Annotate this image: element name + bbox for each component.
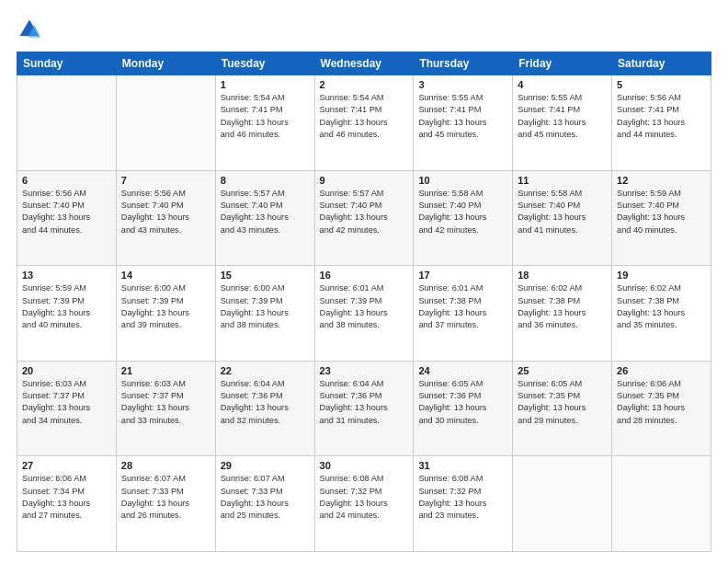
calendar-week-row: 13Sunrise: 5:59 AMSunset: 7:39 PMDayligh…: [17, 266, 711, 362]
day-number: 21: [121, 365, 210, 376]
calendar-cell: 13Sunrise: 5:59 AMSunset: 7:39 PMDayligh…: [17, 266, 117, 362]
day-number: 27: [22, 460, 111, 471]
day-number: 24: [418, 365, 507, 376]
calendar-cell: [116, 75, 215, 171]
calendar-cell: 6Sunrise: 5:56 AMSunset: 7:40 PMDaylight…: [17, 170, 117, 266]
calendar-cell: 26Sunrise: 6:06 AMSunset: 7:35 PMDayligh…: [612, 361, 711, 456]
day-info: Sunrise: 5:56 AMSunset: 7:41 PMDaylight:…: [617, 92, 706, 141]
header: [17, 17, 711, 42]
day-number: 13: [22, 270, 111, 281]
day-info: Sunrise: 5:54 AMSunset: 7:41 PMDaylight:…: [320, 92, 409, 141]
logo: [17, 17, 46, 42]
calendar-cell: 17Sunrise: 6:01 AMSunset: 7:38 PMDayligh…: [414, 266, 513, 362]
day-info: Sunrise: 6:01 AMSunset: 7:38 PMDaylight:…: [418, 282, 507, 331]
day-number: 15: [221, 270, 310, 281]
day-info: Sunrise: 6:05 AMSunset: 7:36 PMDaylight:…: [418, 378, 507, 427]
calendar-cell: 8Sunrise: 5:57 AMSunset: 7:40 PMDaylight…: [215, 170, 314, 266]
day-number: 19: [617, 270, 706, 281]
weekday-header-row: SundayMondayTuesdayWednesdayThursdayFrid…: [17, 52, 711, 75]
calendar-cell: [17, 75, 117, 171]
day-number: 16: [320, 270, 409, 281]
day-info: Sunrise: 5:59 AMSunset: 7:40 PMDaylight:…: [617, 188, 706, 236]
weekday-header: Wednesday: [314, 52, 414, 75]
day-number: 18: [518, 270, 607, 281]
day-info: Sunrise: 6:02 AMSunset: 7:38 PMDaylight:…: [518, 282, 607, 331]
day-info: Sunrise: 5:58 AMSunset: 7:40 PMDaylight:…: [418, 188, 507, 236]
calendar-cell: 16Sunrise: 6:01 AMSunset: 7:39 PMDayligh…: [314, 266, 414, 362]
day-info: Sunrise: 6:03 AMSunset: 7:37 PMDaylight:…: [121, 378, 210, 427]
day-number: 3: [418, 79, 507, 90]
weekday-header: Monday: [116, 52, 215, 75]
day-number: 25: [518, 365, 607, 376]
weekday-header: Sunday: [17, 52, 117, 75]
day-info: Sunrise: 5:55 AMSunset: 7:41 PMDaylight:…: [518, 92, 607, 141]
day-info: Sunrise: 6:02 AMSunset: 7:38 PMDaylight:…: [617, 282, 706, 331]
calendar-cell: 7Sunrise: 5:56 AMSunset: 7:40 PMDaylight…: [116, 170, 215, 266]
calendar-cell: 23Sunrise: 6:04 AMSunset: 7:36 PMDayligh…: [314, 361, 414, 456]
day-number: 4: [518, 79, 607, 90]
calendar-cell: 25Sunrise: 6:05 AMSunset: 7:35 PMDayligh…: [513, 361, 612, 456]
calendar-week-row: 20Sunrise: 6:03 AMSunset: 7:37 PMDayligh…: [17, 361, 711, 456]
weekday-header: Friday: [513, 52, 612, 75]
day-number: 26: [617, 365, 706, 376]
day-number: 14: [121, 270, 210, 281]
calendar-cell: 11Sunrise: 5:58 AMSunset: 7:40 PMDayligh…: [513, 170, 612, 266]
weekday-header: Thursday: [414, 52, 513, 75]
calendar-week-row: 27Sunrise: 6:06 AMSunset: 7:34 PMDayligh…: [17, 456, 711, 552]
day-number: 9: [320, 175, 409, 186]
day-info: Sunrise: 6:04 AMSunset: 7:36 PMDaylight:…: [320, 378, 409, 427]
calendar-cell: 4Sunrise: 5:55 AMSunset: 7:41 PMDaylight…: [513, 75, 612, 171]
day-number: 7: [121, 175, 210, 186]
calendar-cell: 14Sunrise: 6:00 AMSunset: 7:39 PMDayligh…: [116, 266, 215, 362]
calendar-cell: 27Sunrise: 6:06 AMSunset: 7:34 PMDayligh…: [17, 456, 117, 552]
weekday-header: Saturday: [612, 52, 711, 75]
calendar-cell: 10Sunrise: 5:58 AMSunset: 7:40 PMDayligh…: [414, 170, 513, 266]
day-info: Sunrise: 6:07 AMSunset: 7:33 PMDaylight:…: [221, 473, 310, 522]
calendar-week-row: 1Sunrise: 5:54 AMSunset: 7:41 PMDaylight…: [17, 75, 711, 171]
day-info: Sunrise: 6:07 AMSunset: 7:33 PMDaylight:…: [121, 473, 210, 522]
day-info: Sunrise: 6:04 AMSunset: 7:36 PMDaylight:…: [221, 378, 310, 427]
day-info: Sunrise: 6:06 AMSunset: 7:34 PMDaylight:…: [22, 473, 111, 522]
day-info: Sunrise: 5:54 AMSunset: 7:41 PMDaylight:…: [221, 92, 310, 141]
day-number: 5: [617, 79, 706, 90]
calendar-cell: 12Sunrise: 5:59 AMSunset: 7:40 PMDayligh…: [612, 170, 711, 266]
page: SundayMondayTuesdayWednesdayThursdayFrid…: [0, 0, 728, 563]
day-info: Sunrise: 6:08 AMSunset: 7:32 PMDaylight:…: [418, 473, 507, 522]
calendar-cell: 20Sunrise: 6:03 AMSunset: 7:37 PMDayligh…: [17, 361, 117, 456]
day-info: Sunrise: 5:56 AMSunset: 7:40 PMDaylight:…: [22, 188, 111, 236]
day-number: 1: [221, 79, 310, 90]
calendar-cell: 29Sunrise: 6:07 AMSunset: 7:33 PMDayligh…: [215, 456, 314, 552]
calendar-table: SundayMondayTuesdayWednesdayThursdayFrid…: [17, 52, 711, 552]
calendar-cell: 28Sunrise: 6:07 AMSunset: 7:33 PMDayligh…: [116, 456, 215, 552]
day-info: Sunrise: 5:55 AMSunset: 7:41 PMDaylight:…: [418, 92, 507, 141]
calendar-cell: [612, 456, 711, 552]
calendar-cell: 22Sunrise: 6:04 AMSunset: 7:36 PMDayligh…: [215, 361, 314, 456]
day-info: Sunrise: 5:58 AMSunset: 7:40 PMDaylight:…: [518, 188, 607, 236]
day-info: Sunrise: 6:05 AMSunset: 7:35 PMDaylight:…: [518, 378, 607, 427]
day-info: Sunrise: 6:06 AMSunset: 7:35 PMDaylight:…: [617, 378, 706, 427]
day-info: Sunrise: 6:03 AMSunset: 7:37 PMDaylight:…: [22, 378, 111, 427]
calendar-cell: 18Sunrise: 6:02 AMSunset: 7:38 PMDayligh…: [513, 266, 612, 362]
calendar-cell: 30Sunrise: 6:08 AMSunset: 7:32 PMDayligh…: [314, 456, 414, 552]
calendar-cell: 21Sunrise: 6:03 AMSunset: 7:37 PMDayligh…: [116, 361, 215, 456]
calendar-cell: 15Sunrise: 6:00 AMSunset: 7:39 PMDayligh…: [215, 266, 314, 362]
calendar-cell: 9Sunrise: 5:57 AMSunset: 7:40 PMDaylight…: [314, 170, 414, 266]
day-info: Sunrise: 6:01 AMSunset: 7:39 PMDaylight:…: [320, 282, 409, 331]
day-info: Sunrise: 5:57 AMSunset: 7:40 PMDaylight:…: [320, 188, 409, 236]
day-info: Sunrise: 5:57 AMSunset: 7:40 PMDaylight:…: [221, 188, 310, 236]
day-number: 10: [418, 175, 507, 186]
calendar-week-row: 6Sunrise: 5:56 AMSunset: 7:40 PMDaylight…: [17, 170, 711, 266]
day-number: 29: [221, 460, 310, 471]
day-info: Sunrise: 5:59 AMSunset: 7:39 PMDaylight:…: [22, 282, 111, 331]
day-number: 2: [320, 79, 409, 90]
calendar-cell: 5Sunrise: 5:56 AMSunset: 7:41 PMDaylight…: [612, 75, 711, 171]
day-info: Sunrise: 5:56 AMSunset: 7:40 PMDaylight:…: [121, 188, 210, 236]
logo-icon: [17, 17, 42, 42]
day-number: 20: [22, 365, 111, 376]
calendar-cell: 19Sunrise: 6:02 AMSunset: 7:38 PMDayligh…: [612, 266, 711, 362]
day-info: Sunrise: 6:08 AMSunset: 7:32 PMDaylight:…: [320, 473, 409, 522]
day-number: 12: [617, 175, 706, 186]
calendar-cell: 3Sunrise: 5:55 AMSunset: 7:41 PMDaylight…: [414, 75, 513, 171]
day-number: 22: [221, 365, 310, 376]
weekday-header: Tuesday: [215, 52, 314, 75]
